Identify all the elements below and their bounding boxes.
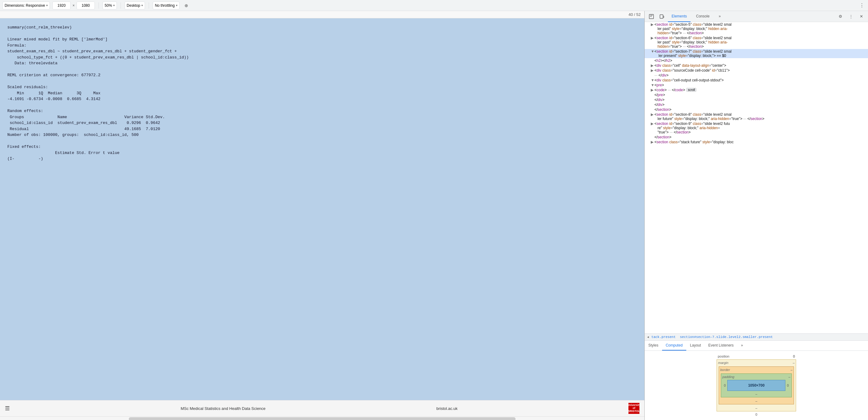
content-box[interactable]: 1050×700	[727, 380, 785, 391]
tab-console[interactable]: Console	[692, 11, 713, 22]
tree-line[interactable]: ▶ <section id="section-9" class="slide l…	[645, 121, 868, 135]
tree-toggle[interactable]: ▼	[651, 78, 654, 82]
computed-panel: position 0 margin –	[645, 351, 868, 420]
tree-line[interactable]: <h2></h2>	[645, 58, 868, 63]
styles-tab-styles[interactable]: Styles	[645, 341, 662, 351]
padding-bottom: –	[755, 392, 757, 396]
devtools-panel: Elements Console » ⚙ ⋮ ✕ ▶	[645, 11, 868, 420]
styles-tab-more[interactable]: »	[737, 341, 747, 351]
tree-line[interactable]: ▶ <code> ··· </code> scroll	[645, 88, 868, 92]
margin-box: margin – border –	[717, 359, 796, 412]
device-toggle-btn[interactable]	[657, 12, 666, 21]
tree-line[interactable]: ▼ <pre>	[645, 83, 868, 88]
dimensions-select[interactable]: Dimensions: Responsive ▾	[2, 2, 50, 9]
zoom-label: 50%	[105, 3, 112, 8]
tree-line[interactable]: </section>	[645, 107, 868, 112]
bristol-logo: University of BRISTOL	[628, 403, 640, 414]
tree-toggle[interactable]: ▶	[651, 122, 654, 126]
right-value: 0	[785, 384, 790, 387]
close-btn[interactable]: ✕	[857, 12, 866, 21]
scroll-badge[interactable]: scroll	[686, 88, 696, 92]
tree-toggle[interactable]: ▶	[651, 88, 654, 92]
devtools-topbar: Elements Console » ⚙ ⋮ ✕	[645, 11, 868, 22]
content-row: 0 1050×700 0	[722, 380, 790, 391]
more-options-btn[interactable]: ⋮	[846, 12, 855, 21]
inspect-element-btn[interactable]	[647, 12, 656, 21]
settings-btn[interactable]: ⚙	[836, 12, 845, 21]
toolbar-more-btn[interactable]: ⋮	[858, 1, 866, 9]
tree-line[interactable]: ▶ <div class="sourceCode cell-code" id="…	[645, 68, 868, 73]
html-tree: ▶ <section id="section-5" class="slide l…	[645, 22, 868, 333]
tree-toggle[interactable]: ▶	[651, 140, 654, 144]
main-layout: 40 / 52 summary(cont_relm_threelev) Line…	[0, 11, 868, 420]
tree-toggle[interactable]: ▶	[651, 22, 654, 27]
footer-menu[interactable]: ☰	[5, 405, 10, 412]
padding-value: –	[788, 375, 790, 379]
border-bottom: –	[755, 399, 757, 403]
browser-footer: ☰ MSc Medical Statistics and Health Data…	[0, 400, 644, 416]
separator-1	[98, 2, 99, 8]
left-value: 0	[722, 384, 727, 387]
breadcrumb-arrow[interactable]: ◀	[647, 335, 649, 339]
network-icon-btn[interactable]: ⊕	[182, 1, 191, 10]
tree-toggle[interactable]: ▼	[651, 49, 654, 54]
throttle-chevron: ▾	[176, 4, 178, 7]
tree-line[interactable]: ▶ <section class="stack future" style="d…	[645, 140, 868, 145]
throttle-select[interactable]: No throttling ▾	[153, 2, 180, 9]
tree-line[interactable]: ▶ <section id="section-8" class="slide l…	[645, 112, 868, 121]
tree-line[interactable]: </section>	[645, 135, 868, 140]
styles-tab-layout[interactable]: Layout	[686, 341, 705, 351]
tree-line[interactable]: </pre>	[645, 92, 868, 97]
zoom-select[interactable]: 50% ▾	[102, 2, 117, 9]
slide-counter: 40 / 52	[0, 11, 644, 18]
tree-line[interactable]: ▶ <section id="section-5" class="slide l…	[645, 22, 868, 35]
tree-toggle[interactable]: ▶	[651, 63, 654, 68]
border-box: border – padding –	[719, 366, 794, 404]
breadcrumb-item-section[interactable]: section#section-7.slide.level2.smaller.p…	[679, 335, 774, 339]
device-chevron: ▾	[141, 4, 143, 7]
svg-rect-1	[660, 15, 663, 18]
position-value: 0	[793, 355, 795, 358]
styles-tabs: Styles Computed Layout Event Listeners »	[645, 341, 868, 351]
tree-toggle[interactable]: ▶	[651, 68, 654, 72]
tree-line[interactable]: ▶ <div class="cell" data-layout-align="c…	[645, 63, 868, 68]
tree-line[interactable]: ▼ <div class="cell-output cell-output-st…	[645, 78, 868, 83]
padding-label: padding	[722, 375, 734, 379]
breadcrumb-item-stack[interactable]: tack.present	[650, 335, 677, 339]
toolbar: Dimensions: Responsive ▾ × 50% ▾ Desktop…	[0, 0, 868, 11]
svg-rect-2	[663, 16, 664, 18]
tab-more[interactable]: »	[715, 11, 724, 22]
logo-text: University of BRISTOL	[627, 404, 641, 413]
tree-line-selected[interactable]: ▼ <section id="section-7" class="slide l…	[645, 49, 868, 58]
breadcrumb-bar: ◀ tack.present section#section-7.slide.l…	[645, 333, 868, 341]
padding-box: padding – 0 1050×700	[721, 373, 792, 397]
tree-line[interactable]: </div>	[645, 97, 868, 102]
dimensions-group: Dimensions: Responsive ▾	[2, 2, 50, 9]
tree-line[interactable]: ··· </div>	[645, 73, 868, 78]
tree-line[interactable]: ▶ <section id="section-6" class="slide l…	[645, 35, 868, 49]
scrollbar-area[interactable]	[0, 416, 644, 420]
styles-tab-event-listeners[interactable]: Event Listeners	[705, 341, 737, 351]
x-separator: ×	[72, 3, 75, 8]
device-select[interactable]: Desktop ▾	[125, 2, 145, 9]
tree-toggle[interactable]: ▶	[651, 112, 654, 117]
position-label: position	[718, 355, 730, 358]
height-input[interactable]	[76, 2, 95, 9]
tab-elements[interactable]: Elements	[668, 11, 690, 22]
styles-tab-computed[interactable]: Computed	[662, 341, 686, 351]
tree-toggle[interactable]: ▶	[651, 36, 654, 40]
footer-right-text: bristol.ac.uk	[436, 406, 457, 411]
separator-2	[121, 2, 121, 8]
content-value: 1050×700	[748, 383, 765, 388]
tree-line[interactable]: </div>	[645, 102, 868, 107]
devtools-main: ▶ <section id="section-5" class="slide l…	[645, 22, 868, 420]
footer-logo: University of BRISTOL	[628, 403, 640, 414]
width-input[interactable]	[52, 2, 71, 9]
slide-content: summary(cont_relm_threelev) Linear mixed…	[0, 18, 644, 400]
margin-bottom: –	[755, 406, 757, 410]
slide-code: summary(cont_relm_threelev) Linear mixed…	[7, 25, 637, 162]
device-label: Desktop	[127, 3, 140, 8]
margin-value: –	[793, 361, 795, 365]
separator-3	[149, 2, 149, 8]
tree-toggle[interactable]: ▼	[651, 83, 654, 87]
